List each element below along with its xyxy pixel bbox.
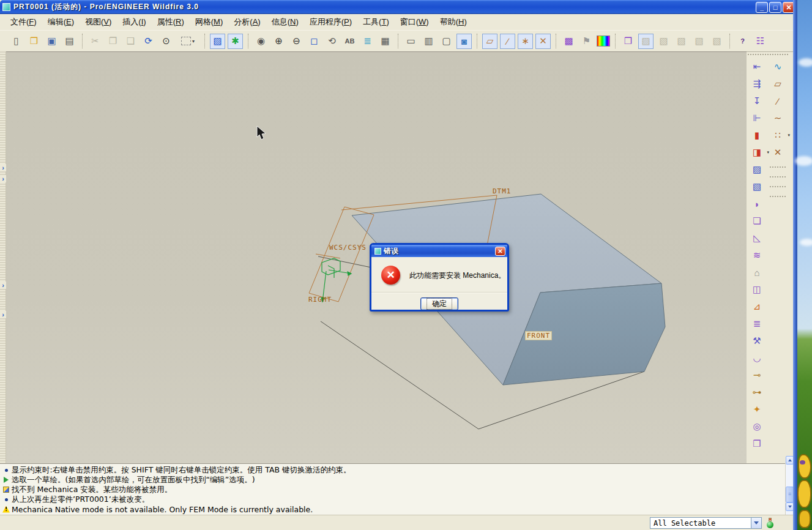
zoom-in-button[interactable]: ⊕	[271, 34, 286, 49]
rigid-link-button[interactable]: ≣	[750, 316, 764, 331]
menu-r[interactable]: 属性(R)	[152, 15, 190, 29]
datum-plane-display-toggle[interactable]: ▱	[482, 34, 497, 49]
mesh-display-button[interactable]: ▩	[561, 34, 576, 49]
copy-button[interactable]: ❐	[105, 34, 121, 49]
find-button[interactable]: ⊙	[158, 34, 174, 49]
green-arrow-icon	[2, 477, 10, 483]
no-hidden-button[interactable]: ▢	[439, 34, 454, 49]
simulation-objects-button[interactable]: ❒	[620, 34, 636, 49]
menu-t[interactable]: 工具(T)	[357, 15, 395, 29]
shell-idealization-button[interactable]: ◗	[750, 196, 764, 211]
cut-button[interactable]: ✂	[88, 34, 103, 49]
mesh-control-button[interactable]: ✦	[750, 402, 764, 417]
flag-button[interactable]: ⚑	[579, 34, 594, 49]
regenerate-button[interactable]: ⟳	[141, 34, 156, 49]
sim-pattern-button[interactable]: ▧	[709, 34, 724, 49]
shell-region-button[interactable]: ◎	[750, 419, 764, 434]
menu-p[interactable]: 应用程序(P)	[304, 15, 357, 29]
refit-button[interactable]: ◻	[307, 34, 322, 49]
point-display-toggle[interactable]: ∗	[518, 34, 533, 49]
displacement-constraint-button[interactable]: ⇤	[750, 59, 764, 74]
curve-tool-button[interactable]: ∼	[770, 111, 785, 125]
sim-mirror-button[interactable]: ▧	[691, 34, 707, 49]
line-tool-button[interactable]: ∕	[770, 94, 785, 108]
sash-handle-icon[interactable]: ›	[0, 282, 6, 289]
menu-h[interactable]: 帮助(H)	[434, 15, 472, 29]
dialog-close-button[interactable]: ✕	[495, 247, 505, 256]
interface-connection-button[interactable]: ◫	[750, 282, 764, 297]
datum-axis-display-toggle[interactable]: ∕	[500, 34, 515, 49]
orient-mode-button[interactable]: ◉	[253, 34, 269, 49]
paste-button[interactable]: ❑	[123, 34, 138, 49]
sash-handle-icon[interactable]: ›	[0, 164, 6, 171]
symmetry-constraint-button[interactable]: ▨	[750, 162, 764, 177]
menu-w[interactable]: 窗口(W)	[395, 15, 434, 29]
menu-a[interactable]: 分析(A)	[228, 15, 266, 29]
open-file-button[interactable]: ❒	[26, 34, 42, 49]
wireframe-button[interactable]: ▭	[403, 34, 419, 49]
layers-button[interactable]: ≣	[360, 34, 375, 49]
rectangle-tool-button[interactable]: ▱	[770, 77, 785, 91]
mass-idealization-button[interactable]: ⌂	[750, 265, 764, 280]
ok-button[interactable]: 确定	[420, 297, 458, 310]
new-file-button[interactable]: ▯	[9, 34, 24, 49]
sash-handle-icon[interactable]: ›	[0, 175, 6, 182]
hidden-line-button[interactable]: ▥	[421, 34, 436, 49]
beam-idealization-button[interactable]: ◺	[750, 231, 764, 245]
tag-region-button[interactable]: ⊶	[750, 385, 764, 400]
title-bar[interactable]: PRT0001 (活动的) - Pro/ENGINEER Wildfire 3.…	[0, 0, 797, 14]
mirror-symmetry-button[interactable]: ▧	[750, 179, 764, 194]
sim-move-button[interactable]: ▧	[674, 34, 689, 49]
menu-n[interactable]: 信息(N)	[266, 15, 304, 29]
csys-display-toggle[interactable]: ✕	[535, 34, 551, 49]
contact-region-button[interactable]: ◡	[750, 351, 764, 365]
volume-region-button[interactable]: ❒	[750, 436, 764, 451]
combo-dropdown-icon[interactable]	[751, 518, 761, 528]
selection-filter-combo[interactable]: All Selectable	[650, 517, 762, 529]
menu-v[interactable]: 视图(V)	[80, 15, 117, 29]
view-manager-button[interactable]: ▦	[378, 34, 393, 49]
spline-tool-button[interactable]: ∿	[770, 59, 785, 74]
sketcher-display-toggle[interactable]: ▨	[210, 34, 225, 49]
sash-handle-icon[interactable]: ›	[0, 311, 6, 318]
sim-select-button[interactable]: ▨	[638, 34, 654, 49]
point-tool-button[interactable]: ∷▾	[770, 128, 785, 143]
status-light-icon[interactable]	[766, 518, 774, 528]
measure-tag-button[interactable]: ⊸	[750, 368, 764, 383]
save-button[interactable]: ▣	[44, 34, 59, 49]
minimize-button[interactable]: _	[756, 2, 768, 13]
message-log-button[interactable]: ☷	[753, 34, 768, 49]
result-window-button[interactable]	[597, 35, 610, 47]
csys-tool-button[interactable]: ✕	[770, 145, 785, 160]
shell-pair-button[interactable]: ❏	[750, 214, 764, 228]
maximize-button[interactable]: □	[769, 2, 781, 13]
pressure-load-button[interactable]: ↧	[750, 94, 764, 108]
context-help-button[interactable]: ?	[735, 34, 750, 49]
shaded-button[interactable]: ◙	[456, 34, 472, 49]
menu-f[interactable]: 文件(F)	[5, 15, 42, 29]
status-bar: All Selectable	[0, 515, 793, 530]
zoom-out-button[interactable]: ⊖	[289, 34, 304, 49]
temperature-load-button[interactable]: ▮	[750, 128, 764, 143]
message-text: 从上次再生起零件’PRT0001’未被改变。	[12, 495, 149, 505]
force-moment-load-button[interactable]: ⇶	[750, 77, 764, 91]
menu-i[interactable]: 插入(I)	[117, 15, 151, 29]
saved-views-button[interactable]: AB	[342, 34, 357, 49]
beam-section-button[interactable]: ⊿	[750, 299, 764, 314]
selection-filter-box[interactable]: ▾	[176, 34, 199, 49]
message-scrollbar[interactable]	[785, 463, 793, 515]
reorient-button[interactable]: ⟲	[324, 34, 340, 49]
message-line: 从上次再生起零件’PRT0001’未被改变。	[2, 495, 793, 504]
spring-idealization-button[interactable]: ≋	[750, 248, 764, 263]
menu-m[interactable]: 网格(M)	[190, 15, 229, 29]
error-dialog-title-bar[interactable]: 错误 ✕	[371, 245, 507, 257]
datum-label-dtm1: DTM1	[493, 187, 512, 195]
menu-e[interactable]: 编辑(E)	[42, 15, 80, 29]
spot-weld-button[interactable]: ⚒	[750, 334, 764, 348]
convection-condition-button[interactable]: ◨▾	[750, 145, 764, 160]
sim-copy-button[interactable]: ▧	[656, 34, 671, 49]
fixed-constraint-button[interactable]: ⊩	[750, 111, 764, 125]
spin-center-toggle[interactable]: ✱	[228, 34, 243, 49]
print-button[interactable]: ▤	[62, 34, 77, 49]
navigator-sash[interactable]: › › › ›	[0, 51, 6, 463]
